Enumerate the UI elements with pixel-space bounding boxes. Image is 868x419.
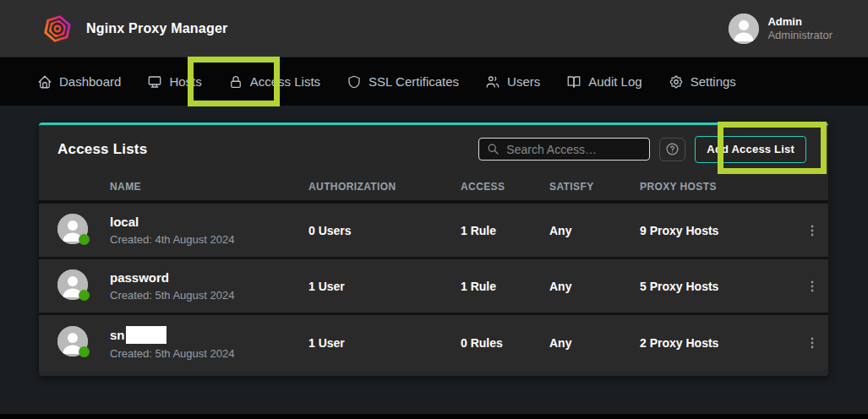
content-area: Access Lists Add Access List NAME AUTHOR… (0, 106, 868, 414)
book-icon (566, 74, 581, 90)
created-date: Created: 5th August 2024 (110, 289, 308, 302)
nav-label: Audit Log (588, 74, 641, 89)
nav-label: Access Lists (250, 74, 320, 89)
nav-item-ssl-certificates[interactable]: SSL Certificates (347, 74, 459, 90)
help-button[interactable] (659, 138, 685, 161)
user-avatar (729, 14, 759, 44)
kebab-icon (805, 224, 819, 237)
search-box (478, 138, 650, 161)
search-icon (487, 143, 500, 155)
created-date: Created: 4th August 2024 (110, 233, 308, 246)
nav-item-settings[interactable]: Settings (669, 74, 736, 90)
panel-toolbar: Add Access List (478, 136, 816, 163)
nav-item-hosts[interactable]: Hosts (147, 74, 201, 90)
access-value: 0 Rules (461, 336, 549, 350)
authorization-value: 1 User (308, 280, 461, 293)
user-role: Administrator (767, 29, 833, 42)
table-header: NAME AUTHORIZATION ACCESS SATISFY PROXY … (39, 173, 828, 204)
user-info: Admin Administrator (767, 15, 833, 42)
help-icon (665, 142, 680, 156)
redaction-box (126, 326, 167, 344)
column-header-proxy-hosts: PROXY HOSTS (640, 181, 801, 193)
proxy-hosts-value: 9 Proxy Hosts (640, 224, 801, 237)
row-menu-button[interactable] (801, 218, 823, 243)
app-logo-icon (42, 14, 73, 44)
nav-label: Settings (691, 74, 736, 89)
table-row: sn Created: 5th August 2024 1 User 0 Rul… (39, 315, 828, 371)
access-value: 1 Rule (461, 224, 549, 237)
nav-item-users[interactable]: Users (485, 74, 540, 90)
table-row: password Created: 5th August 2024 1 User… (39, 259, 828, 315)
column-header-name: NAME (110, 181, 308, 193)
user-menu[interactable]: Admin Administrator (729, 14, 833, 44)
status-dot (79, 290, 90, 301)
monitor-icon (147, 74, 162, 90)
status-dot (79, 346, 90, 357)
satisfy-value: Any (549, 224, 640, 237)
avatar (57, 326, 88, 356)
main-nav: Dashboard Hosts Access Lists SSL Certifi… (0, 57, 868, 106)
top-header: Nginx Proxy Manager Admin Administrator (0, 0, 868, 57)
column-header-satisfy: SATISFY (549, 181, 640, 193)
user-name: Admin (767, 15, 833, 29)
status-dot (79, 234, 90, 245)
kebab-icon (805, 336, 819, 350)
nav-label: SSL Certificates (368, 74, 459, 89)
satisfy-value: Any (549, 280, 640, 293)
search-input[interactable] (506, 143, 641, 156)
created-date: Created: 5th August 2024 (110, 347, 308, 360)
lock-icon (228, 74, 243, 90)
table-row: local Created: 4th August 2024 0 Users 1… (39, 204, 828, 259)
row-menu-button[interactable] (801, 274, 823, 299)
satisfy-value: Any (549, 336, 640, 350)
kebab-icon (805, 280, 819, 293)
authorization-value: 1 User (308, 336, 461, 350)
avatar (57, 269, 88, 300)
add-access-list-button[interactable]: Add Access List (695, 136, 806, 163)
column-header-access: ACCESS (461, 181, 549, 193)
column-header-authorization: AUTHORIZATION (308, 181, 461, 193)
proxy-hosts-value: 2 Proxy Hosts (640, 336, 801, 350)
panel-header: Access Lists Add Access List (39, 125, 828, 173)
home-icon (37, 74, 52, 90)
access-list-name: password (110, 270, 169, 286)
access-list-name: sn (110, 328, 125, 343)
nav-label: Dashboard (59, 74, 121, 89)
gear-icon (669, 74, 684, 90)
access-lists-panel: Access Lists Add Access List NAME AUTHOR… (39, 122, 828, 376)
access-value: 1 Rule (461, 280, 549, 293)
proxy-hosts-value: 5 Proxy Hosts (640, 280, 801, 293)
avatar (57, 214, 88, 244)
users-icon (485, 74, 500, 90)
nav-item-audit-log[interactable]: Audit Log (566, 74, 641, 90)
nav-item-dashboard[interactable]: Dashboard (37, 74, 121, 90)
page-title: Access Lists (57, 141, 147, 158)
app-title: Nginx Proxy Manager (86, 21, 227, 36)
nav-item-access-lists[interactable]: Access Lists (228, 74, 320, 90)
bottom-edge (0, 414, 868, 419)
row-menu-button[interactable] (801, 330, 823, 356)
authorization-value: 0 Users (308, 224, 461, 237)
nav-label: Users (507, 74, 540, 89)
shield-icon (347, 74, 362, 90)
access-list-name: local (110, 215, 139, 230)
nav-label: Hosts (169, 74, 201, 89)
